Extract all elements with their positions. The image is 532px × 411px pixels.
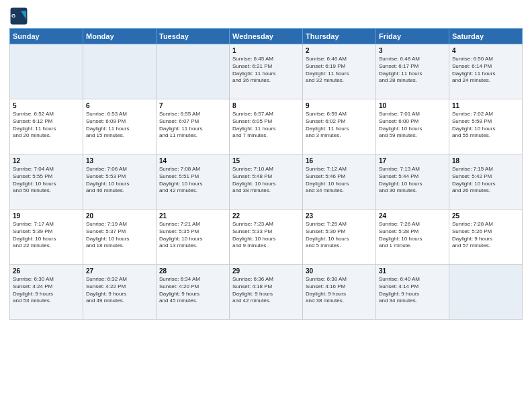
day-cell: [83, 44, 157, 99]
day-cell: 30Sunrise: 6:38 AM Sunset: 4:16 PM Dayli…: [303, 265, 376, 320]
day-cell: 31Sunrise: 6:40 AM Sunset: 4:14 PM Dayli…: [376, 265, 449, 320]
day-cell: 15Sunrise: 7:10 AM Sunset: 5:48 PM Dayli…: [230, 154, 303, 210]
day-number: 2: [306, 47, 373, 54]
day-cell: 28Sunrise: 6:34 AM Sunset: 4:20 PM Dayli…: [157, 265, 230, 320]
weekday-header-monday: Monday: [83, 29, 157, 44]
day-info: Sunrise: 7:19 AM Sunset: 5:37 PM Dayligh…: [86, 221, 153, 250]
day-number: 19: [13, 212, 80, 220]
weekday-header-wednesday: Wednesday: [230, 29, 303, 44]
week-row-2: 5Sunrise: 6:52 AM Sunset: 6:12 PM Daylig…: [10, 99, 523, 154]
day-cell: 9Sunrise: 6:59 AM Sunset: 6:02 PM Daylig…: [303, 99, 376, 154]
day-info: Sunrise: 7:01 AM Sunset: 6:00 PM Dayligh…: [379, 111, 446, 140]
day-cell: 1Sunrise: 6:45 AM Sunset: 6:21 PM Daylig…: [230, 44, 303, 99]
day-info: Sunrise: 7:17 AM Sunset: 5:39 PM Dayligh…: [13, 221, 80, 250]
day-cell: 7Sunrise: 6:55 AM Sunset: 6:07 PM Daylig…: [157, 99, 230, 154]
day-info: Sunrise: 6:46 AM Sunset: 6:19 PM Dayligh…: [306, 56, 373, 85]
day-info: Sunrise: 7:21 AM Sunset: 5:35 PM Dayligh…: [159, 221, 226, 250]
day-number: 21: [159, 212, 226, 220]
day-info: Sunrise: 6:50 AM Sunset: 6:14 PM Dayligh…: [452, 56, 519, 85]
day-number: 13: [86, 157, 153, 165]
day-cell: 17Sunrise: 7:13 AM Sunset: 5:44 PM Dayli…: [376, 154, 449, 210]
day-number: 14: [159, 157, 226, 165]
day-cell: 6Sunrise: 6:53 AM Sunset: 6:09 PM Daylig…: [83, 99, 157, 154]
day-info: Sunrise: 7:26 AM Sunset: 5:28 PM Dayligh…: [379, 221, 446, 250]
day-info: Sunrise: 6:59 AM Sunset: 6:02 PM Dayligh…: [306, 111, 373, 140]
week-row-3: 12Sunrise: 7:04 AM Sunset: 5:55 PM Dayli…: [10, 154, 523, 210]
day-number: 15: [232, 157, 300, 165]
day-info: Sunrise: 6:36 AM Sunset: 4:18 PM Dayligh…: [232, 276, 300, 305]
day-info: Sunrise: 6:52 AM Sunset: 6:12 PM Dayligh…: [13, 111, 80, 140]
day-number: 4: [452, 47, 519, 54]
day-cell: [157, 44, 230, 99]
day-cell: 27Sunrise: 6:32 AM Sunset: 4:22 PM Dayli…: [83, 265, 157, 320]
day-info: Sunrise: 6:53 AM Sunset: 6:09 PM Dayligh…: [86, 111, 153, 140]
day-number: 24: [379, 212, 446, 220]
day-number: 6: [86, 102, 153, 109]
day-info: Sunrise: 6:38 AM Sunset: 4:16 PM Dayligh…: [306, 276, 373, 305]
weekday-header-thursday: Thursday: [303, 29, 376, 44]
day-number: 17: [379, 157, 446, 165]
svg-text:G: G: [11, 13, 15, 19]
day-info: Sunrise: 7:04 AM Sunset: 5:55 PM Dayligh…: [13, 166, 80, 195]
day-info: Sunrise: 6:40 AM Sunset: 4:14 PM Dayligh…: [379, 276, 446, 305]
day-number: 20: [86, 212, 153, 220]
day-cell: 23Sunrise: 7:25 AM Sunset: 5:30 PM Dayli…: [303, 210, 376, 265]
day-info: Sunrise: 6:48 AM Sunset: 6:17 PM Dayligh…: [379, 56, 446, 85]
day-cell: 5Sunrise: 6:52 AM Sunset: 6:12 PM Daylig…: [10, 99, 83, 154]
week-row-4: 19Sunrise: 7:17 AM Sunset: 5:39 PM Dayli…: [10, 210, 523, 265]
day-number: 16: [306, 157, 373, 165]
day-number: 18: [452, 157, 519, 165]
day-cell: 18Sunrise: 7:15 AM Sunset: 5:42 PM Dayli…: [449, 154, 523, 210]
day-info: Sunrise: 7:12 AM Sunset: 5:46 PM Dayligh…: [306, 166, 373, 195]
day-number: 1: [232, 47, 300, 54]
day-number: 30: [306, 267, 373, 275]
day-info: Sunrise: 7:10 AM Sunset: 5:48 PM Dayligh…: [232, 166, 300, 195]
day-number: 27: [86, 267, 153, 275]
day-number: 5: [13, 102, 80, 109]
day-info: Sunrise: 7:02 AM Sunset: 5:58 PM Dayligh…: [452, 111, 519, 140]
logo-icon: G: [9, 7, 28, 26]
weekday-header-sunday: Sunday: [10, 29, 83, 44]
day-number: 28: [159, 267, 226, 275]
day-number: 25: [452, 212, 519, 220]
day-info: Sunrise: 7:25 AM Sunset: 5:30 PM Dayligh…: [306, 221, 373, 250]
day-number: 12: [13, 157, 80, 165]
day-cell: 3Sunrise: 6:48 AM Sunset: 6:17 PM Daylig…: [376, 44, 449, 99]
day-info: Sunrise: 6:57 AM Sunset: 6:05 PM Dayligh…: [232, 111, 300, 140]
day-info: Sunrise: 7:13 AM Sunset: 5:44 PM Dayligh…: [379, 166, 446, 195]
day-cell: 26Sunrise: 6:30 AM Sunset: 4:24 PM Dayli…: [10, 265, 83, 320]
weekday-header-tuesday: Tuesday: [157, 29, 230, 44]
day-cell: 2Sunrise: 6:46 AM Sunset: 6:19 PM Daylig…: [303, 44, 376, 99]
day-info: Sunrise: 6:45 AM Sunset: 6:21 PM Dayligh…: [232, 56, 300, 85]
day-info: Sunrise: 6:30 AM Sunset: 4:24 PM Dayligh…: [13, 276, 80, 305]
week-row-1: 1Sunrise: 6:45 AM Sunset: 6:21 PM Daylig…: [10, 44, 523, 99]
day-info: Sunrise: 6:32 AM Sunset: 4:22 PM Dayligh…: [86, 276, 153, 305]
day-number: 3: [379, 47, 446, 54]
day-cell: [449, 265, 523, 320]
day-info: Sunrise: 7:06 AM Sunset: 5:53 PM Dayligh…: [86, 166, 153, 195]
day-cell: 22Sunrise: 7:23 AM Sunset: 5:33 PM Dayli…: [230, 210, 303, 265]
day-info: Sunrise: 7:23 AM Sunset: 5:33 PM Dayligh…: [232, 221, 300, 250]
day-cell: 24Sunrise: 7:26 AM Sunset: 5:28 PM Dayli…: [376, 210, 449, 265]
day-number: 11: [452, 102, 519, 109]
day-cell: 11Sunrise: 7:02 AM Sunset: 5:58 PM Dayli…: [449, 99, 523, 154]
day-cell: [10, 44, 83, 99]
day-info: Sunrise: 6:55 AM Sunset: 6:07 PM Dayligh…: [159, 111, 226, 140]
day-info: Sunrise: 7:28 AM Sunset: 5:26 PM Dayligh…: [452, 221, 519, 250]
weekday-header-row: SundayMondayTuesdayWednesdayThursdayFrid…: [10, 29, 523, 44]
day-number: 8: [232, 102, 300, 109]
day-cell: 29Sunrise: 6:36 AM Sunset: 4:18 PM Dayli…: [230, 265, 303, 320]
day-number: 31: [379, 267, 446, 275]
day-cell: 12Sunrise: 7:04 AM Sunset: 5:55 PM Dayli…: [10, 154, 83, 210]
day-number: 26: [13, 267, 80, 275]
day-cell: 14Sunrise: 7:08 AM Sunset: 5:51 PM Dayli…: [157, 154, 230, 210]
day-cell: 21Sunrise: 7:21 AM Sunset: 5:35 PM Dayli…: [157, 210, 230, 265]
day-info: Sunrise: 6:34 AM Sunset: 4:20 PM Dayligh…: [159, 276, 226, 305]
weekday-header-saturday: Saturday: [449, 29, 523, 44]
day-number: 23: [306, 212, 373, 220]
day-cell: 4Sunrise: 6:50 AM Sunset: 6:14 PM Daylig…: [449, 44, 523, 99]
calendar-table: SundayMondayTuesdayWednesdayThursdayFrid…: [9, 28, 523, 320]
day-cell: 25Sunrise: 7:28 AM Sunset: 5:26 PM Dayli…: [449, 210, 523, 265]
page-container: G SundayMondayTuesdayWednesdayThursdayFr…: [0, 0, 532, 325]
day-cell: 19Sunrise: 7:17 AM Sunset: 5:39 PM Dayli…: [10, 210, 83, 265]
